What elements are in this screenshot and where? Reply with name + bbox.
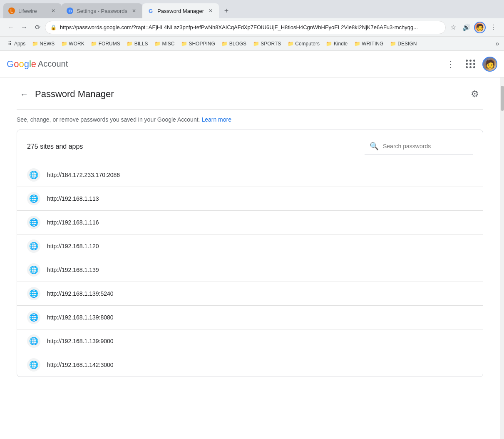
bookmark-blogs[interactable]: 📁 BLOGS <box>218 39 250 48</box>
password-row[interactable]: 🌐 http://192.168.1.139:9000 <box>17 329 483 353</box>
scrollbar-thumb[interactable] <box>501 86 504 111</box>
search-box: 🔍 <box>365 138 473 155</box>
password-url: http://192.168.1.116 <box>47 219 99 226</box>
tab-close-password-manager[interactable]: ✕ <box>207 7 214 14</box>
bookmark-writing[interactable]: 📁 WRITING <box>351 39 387 48</box>
google-logo: GoogleAccount <box>7 59 68 70</box>
scrollbar[interactable] <box>500 77 504 439</box>
bookmarks-overflow-button[interactable]: » <box>494 40 501 47</box>
address-bar[interactable]: 🔒 https://passwords.google.com/?rapt=AEj… <box>45 21 446 34</box>
google-favicon: G <box>147 7 154 14</box>
logo-g: G <box>7 59 14 70</box>
tab-close-settings[interactable]: ✕ <box>131 7 137 14</box>
sites-count: 275 sites and apps <box>27 143 83 150</box>
globe-icon: 🌐 <box>27 216 40 229</box>
profile-avatar[interactable]: 🧑 <box>474 22 486 33</box>
passwords-container: 275 sites and apps 🔍 🌐 http://184.172.23… <box>17 130 483 377</box>
search-input[interactable] <box>383 143 466 150</box>
pm-back-button[interactable]: ← <box>17 87 32 102</box>
password-url: http://192.168.1.142:3000 <box>47 362 114 368</box>
menu-button[interactable]: ⋮ <box>487 22 499 33</box>
back-button[interactable]: ← <box>5 22 17 33</box>
password-url: http://184.172.233.170:2086 <box>47 172 120 178</box>
bookmark-forums[interactable]: 📁 FORUMS <box>88 39 124 48</box>
tab-password-manager[interactable]: G Password Manager ✕ <box>142 3 219 18</box>
bookmark-work[interactable]: 📁 WORK <box>58 39 87 48</box>
bookmark-label-apps: Apps <box>14 41 25 47</box>
forward-button[interactable]: → <box>18 22 30 33</box>
password-url: http://192.168.1.139:9000 <box>47 338 114 344</box>
globe-icon: 🌐 <box>27 334 40 348</box>
bookmark-label-design: DESIGN <box>397 41 417 47</box>
password-url: http://192.168.1.120 <box>47 243 99 249</box>
globe-icon: 🌐 <box>27 239 40 253</box>
tab-lifewire[interactable]: L Lifewire ✕ <box>3 3 62 18</box>
bookmark-design[interactable]: 📁 DESIGN <box>387 39 420 48</box>
folder-forums-icon: 📁 <box>91 41 97 47</box>
page-content: GoogleAccount ⋮ 🧑 ← <box>0 51 504 439</box>
bookmark-label-forums: FORUMS <box>99 41 120 47</box>
tab-close-lifewire[interactable]: ✕ <box>50 7 57 14</box>
bookmark-kindle[interactable]: 📁 Kindle <box>323 39 351 48</box>
password-url: http://192.168.1.139 <box>47 267 99 273</box>
folder-kindle-icon: 📁 <box>326 41 332 47</box>
password-row[interactable]: 🌐 http://192.168.1.113 <box>17 187 483 210</box>
bookmark-label-kindle: Kindle <box>334 41 348 47</box>
password-row[interactable]: 🌐 http://192.168.1.116 <box>17 210 483 234</box>
password-url: http://192.168.1.113 <box>47 195 99 202</box>
address-url: https://passwords.google.com/?rapt=AEjHL… <box>60 24 440 30</box>
folder-computers-icon: 📁 <box>288 41 293 47</box>
logo-e: e <box>31 59 36 70</box>
password-row[interactable]: 🌐 http://192.168.1.142:3000 <box>17 353 483 377</box>
bookmark-label-news: NEWS <box>40 41 55 47</box>
bookmark-label-computers: Computers <box>295 41 320 47</box>
lock-icon: 🔒 <box>50 25 57 30</box>
bookmark-star-button[interactable]: ☆ <box>447 22 459 33</box>
password-row[interactable]: 🌐 http://184.172.233.170:2086 <box>17 163 483 187</box>
header-actions: ⋮ 🧑 <box>442 56 497 72</box>
description-text: See, change, or remove passwords you sav… <box>17 116 200 123</box>
pm-title: Password Manager <box>35 89 114 100</box>
passwords-header: 275 sites and apps 🔍 <box>17 130 483 163</box>
globe-icon: 🌐 <box>27 263 40 277</box>
bookmark-sports[interactable]: 📁 SPORTS <box>250 39 284 48</box>
header-more-options-button[interactable]: ⋮ <box>442 56 459 72</box>
tab-title-password-manager: Password Manager <box>157 8 204 14</box>
globe-icon: 🌐 <box>27 192 40 205</box>
logo-g2: g <box>24 59 29 70</box>
bookmark-label-sports: SPORTS <box>261 41 281 47</box>
folder-blogs-icon: 📁 <box>222 41 228 47</box>
folder-shopping-icon: 📁 <box>181 41 187 47</box>
header-avatar[interactable]: 🧑 <box>482 57 497 72</box>
bookmark-shopping[interactable]: 📁 SHOPPING <box>178 39 218 48</box>
header-apps-button[interactable] <box>462 56 479 72</box>
bookmark-computers[interactable]: 📁 Computers <box>284 39 323 48</box>
apps-icon: ⠿ <box>7 41 12 47</box>
password-row[interactable]: 🌐 http://192.168.1.139:5240 <box>17 282 483 305</box>
tab-title-lifewire: Lifewire <box>18 8 47 14</box>
pm-settings-button[interactable]: ⚙ <box>467 86 483 102</box>
password-url: http://192.168.1.139:8080 <box>47 314 114 321</box>
tab-settings-passwords[interactable]: ⚙ Settings - Passwords ✕ <box>62 3 142 18</box>
refresh-button[interactable]: ⟳ <box>32 22 43 33</box>
password-row[interactable]: 🌐 http://192.168.1.139 <box>17 258 483 282</box>
password-row[interactable]: 🌐 http://192.168.1.139:8080 <box>17 305 483 329</box>
google-header: GoogleAccount ⋮ 🧑 <box>0 51 504 77</box>
bookmark-label-misc: MISC <box>162 41 174 47</box>
folder-writing-icon: 📁 <box>354 41 360 47</box>
bookmark-bills[interactable]: 📁 BILLS <box>124 39 151 48</box>
sound-button[interactable]: 🔊 <box>461 22 472 33</box>
globe-icon: 🌐 <box>27 311 40 324</box>
password-row[interactable]: 🌐 http://192.168.1.120 <box>17 234 483 258</box>
bookmark-misc[interactable]: 📁 MISC <box>151 39 178 48</box>
bookmark-news[interactable]: 📁 NEWS <box>29 39 58 48</box>
pm-header: ← Password Manager ⚙ <box>17 77 483 110</box>
bookmark-apps[interactable]: ⠿ Apps <box>3 39 29 48</box>
learn-more-link[interactable]: Learn more <box>201 116 231 123</box>
lifewire-favicon: L <box>8 7 15 14</box>
search-icon: 🔍 <box>370 142 379 151</box>
new-tab-button[interactable]: + <box>221 5 232 17</box>
folder-work-icon: 📁 <box>61 41 67 47</box>
settings-favicon: ⚙ <box>67 7 73 14</box>
gear-icon: ⚙ <box>471 89 479 100</box>
